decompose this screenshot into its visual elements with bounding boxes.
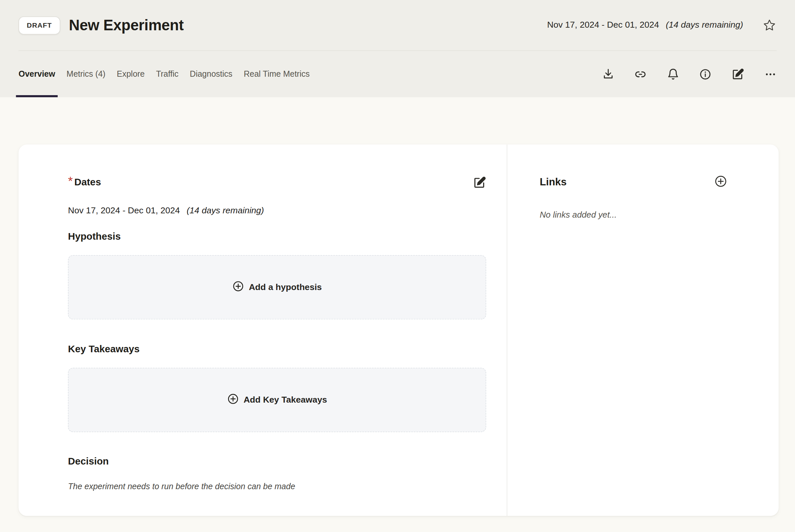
experiment-dates-value: Nov 17, 2024 - Dec 01, 2024(14 days rema… — [68, 206, 486, 216]
header-right: Nov 17, 2024 - Dec 01, 2024(14 days rema… — [547, 18, 777, 33]
dates-header-row: * Dates — [68, 176, 486, 190]
links-section-title: Links — [540, 175, 567, 188]
tab-real-time-metrics[interactable]: Real Time Metrics — [241, 51, 312, 97]
overview-card: * Dates Nov 17, 2024 - Dec 01, 2024( — [18, 145, 778, 516]
overview-left-column: * Dates Nov 17, 2024 - Dec 01, 2024( — [18, 145, 507, 516]
more-options-button[interactable] — [764, 68, 777, 80]
edit-dates-button[interactable] — [473, 176, 486, 190]
header-top-row: DRAFT New Experiment Nov 17, 2024 - Dec … — [18, 0, 777, 51]
experiment-date-range: Nov 17, 2024 - Dec 01, 2024(14 days rema… — [547, 20, 743, 30]
links-header-row: Links — [540, 175, 727, 189]
hypothesis-section-title: Hypothesis — [68, 231, 486, 242]
days-remaining-text: (14 days remaining) — [666, 20, 743, 30]
dates-days-remaining: (14 days remaining) — [186, 206, 264, 216]
add-hypothesis-button[interactable]: Add a hypothesis — [232, 280, 322, 294]
add-key-takeaways-area[interactable]: Add Key Takeaways — [68, 368, 486, 432]
key-takeaways-section-title: Key Takeaways — [68, 344, 486, 355]
tab-diagnostics[interactable]: Diagnostics — [187, 51, 235, 97]
links-empty-message: No links added yet... — [540, 210, 727, 220]
add-hypothesis-label: Add a hypothesis — [249, 282, 322, 292]
plus-circle-icon — [232, 280, 244, 294]
edit-icon — [473, 176, 486, 191]
tab-metrics[interactable]: Metrics (4) — [64, 51, 108, 97]
dates-value-text: Nov 17, 2024 - Dec 01, 2024 — [68, 206, 180, 216]
decision-section-title: Decision — [68, 456, 486, 467]
plus-circle-icon — [227, 393, 239, 407]
dates-section-title: * Dates — [68, 176, 101, 188]
tab-overview[interactable]: Overview — [16, 51, 58, 97]
add-key-takeaways-label: Add Key Takeaways — [243, 395, 327, 405]
add-hypothesis-area[interactable]: Add a hypothesis — [68, 255, 486, 319]
page-title: New Experiment — [69, 17, 184, 34]
tab-explore[interactable]: Explore — [114, 51, 147, 97]
add-key-takeaways-button[interactable]: Add Key Takeaways — [227, 393, 327, 407]
link-icon — [634, 68, 647, 80]
status-badge: DRAFT — [18, 16, 60, 34]
bell-icon — [667, 68, 679, 80]
date-range-text: Nov 17, 2024 - Dec 01, 2024 — [547, 20, 659, 30]
favorite-star-button[interactable] — [762, 18, 777, 33]
tabs: Overview Metrics (4) Explore Traffic Dia… — [16, 51, 312, 97]
info-icon — [699, 68, 711, 80]
app-header: DRAFT New Experiment Nov 17, 2024 - Dec … — [0, 0, 795, 97]
dates-label: Dates — [74, 176, 101, 188]
download-icon — [602, 68, 614, 80]
header-toolbar — [601, 68, 777, 80]
tab-traffic[interactable]: Traffic — [153, 51, 181, 97]
info-button[interactable] — [699, 68, 711, 80]
links-column: Links No links added yet... — [507, 145, 778, 516]
plus-circle-icon — [714, 175, 727, 189]
ellipsis-icon — [764, 68, 777, 80]
decision-placeholder-message: The experiment needs to run before the d… — [68, 482, 486, 491]
notifications-button[interactable] — [666, 68, 679, 80]
edit-icon — [731, 68, 744, 80]
download-button[interactable] — [601, 68, 614, 80]
copy-link-button[interactable] — [634, 68, 647, 80]
add-link-button[interactable] — [714, 175, 727, 189]
main-content: * Dates Nov 17, 2024 - Dec 01, 2024( — [0, 97, 795, 516]
edit-button[interactable] — [731, 68, 744, 80]
star-icon — [763, 18, 776, 32]
tab-bar: Overview Metrics (4) Explore Traffic Dia… — [0, 51, 795, 97]
page: DRAFT New Experiment Nov 17, 2024 - Dec … — [0, 0, 795, 532]
